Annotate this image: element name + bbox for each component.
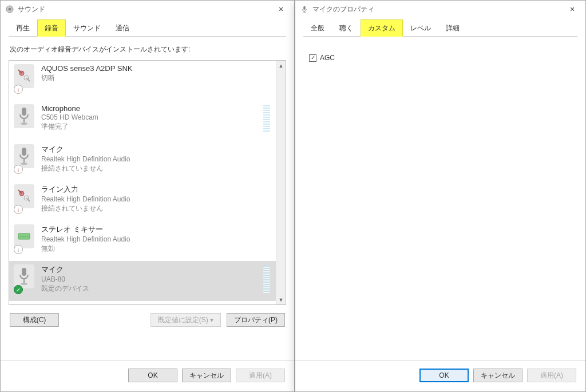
custom-tab-content: ✓ AGC bbox=[303, 37, 577, 360]
device-item[interactable]: ↓マイクRealtek High Definition Audio接続されていま… bbox=[9, 141, 276, 181]
device-item[interactable]: ✓マイクUAB-80既定のデバイス bbox=[9, 261, 276, 301]
agc-label: AGC bbox=[320, 54, 335, 62]
device-desc: UAB-80 bbox=[41, 275, 263, 283]
close-icon[interactable]: × bbox=[564, 5, 581, 14]
device-name: マイク bbox=[41, 144, 271, 155]
svg-point-18 bbox=[22, 236, 23, 237]
instruction-text: 次のオーディオ録音デバイスがインストールされています: bbox=[10, 45, 285, 54]
agc-checkbox[interactable]: ✓ AGC bbox=[309, 54, 335, 62]
device-status: 準備完了 bbox=[41, 122, 263, 132]
device-icon: ✓ bbox=[14, 264, 38, 296]
mic-properties-dialog: マイクのプロパティ × 全般 聴く カスタム レベル 詳細 ✓ AGC OK キ… bbox=[295, 0, 586, 392]
device-buttons: 構成(C) 既定値に設定(S) ▾ プロパティ(P) bbox=[9, 305, 286, 336]
apply-button[interactable]: 適用(A) bbox=[236, 369, 285, 382]
device-desc: Realtek High Definition Audio bbox=[41, 235, 271, 243]
dialog-footer: OK キャンセル 適用(A) bbox=[295, 360, 585, 391]
status-overlay-icon: ↓ bbox=[14, 245, 23, 254]
cancel-button[interactable]: キャンセル bbox=[473, 369, 522, 382]
titlebar[interactable]: マイクのプロパティ × bbox=[295, 1, 585, 18]
status-overlay-icon: ↓ bbox=[14, 205, 23, 214]
tab-sounds[interactable]: サウンド bbox=[66, 19, 108, 37]
svg-point-8 bbox=[21, 122, 27, 125]
microphone-icon bbox=[300, 5, 309, 14]
status-overlay-icon: ↓ bbox=[14, 85, 23, 94]
device-desc: Realtek High Definition Audio bbox=[41, 195, 271, 203]
svg-rect-9 bbox=[22, 148, 26, 156]
device-name: Microphone bbox=[41, 104, 263, 113]
svg-point-1 bbox=[9, 8, 11, 11]
tab-recording[interactable]: 録音 bbox=[37, 19, 66, 37]
speaker-icon bbox=[5, 5, 14, 14]
apply-button[interactable]: 適用(A) bbox=[527, 369, 576, 382]
device-name: ステレオ ミキサー bbox=[41, 224, 271, 235]
device-icon bbox=[14, 104, 38, 136]
set-default-label: 既定値に設定(S) bbox=[158, 315, 208, 325]
device-desc: Realtek High Definition Audio bbox=[41, 155, 271, 163]
device-item[interactable]: MicrophoneC505 HD Webcam準備完了 bbox=[9, 101, 276, 141]
tab-advanced[interactable]: 詳細 bbox=[438, 19, 467, 37]
vu-meter bbox=[263, 105, 270, 133]
svg-point-20 bbox=[27, 236, 28, 237]
device-status: 既定のデバイス bbox=[41, 284, 263, 294]
checkbox-icon: ✓ bbox=[309, 54, 316, 62]
scrollbar[interactable]: ▲ ▼ bbox=[276, 61, 286, 304]
window-title: マイクのプロパティ bbox=[312, 5, 374, 14]
device-name: AQUOS sense3 A2DP SNK bbox=[41, 64, 271, 73]
device-item[interactable]: ↓ステレオ ミキサーRealtek High Definition Audio無… bbox=[9, 221, 276, 261]
set-default-button[interactable]: 既定値に設定(S) ▾ bbox=[151, 313, 221, 327]
tab-general[interactable]: 全般 bbox=[303, 19, 332, 37]
scroll-down-icon[interactable]: ▼ bbox=[276, 295, 286, 304]
device-icon: ↓ bbox=[14, 224, 38, 256]
svg-point-19 bbox=[25, 236, 26, 237]
svg-rect-6 bbox=[22, 108, 26, 116]
window-title: サウンド bbox=[18, 5, 45, 14]
device-icon: ↓ bbox=[14, 144, 38, 176]
tab-levels[interactable]: レベル bbox=[403, 19, 438, 37]
configure-button[interactable]: 構成(C) bbox=[10, 313, 59, 327]
dialog-footer: OK キャンセル 適用(A) bbox=[1, 360, 294, 391]
device-item[interactable]: ↓ライン入力Realtek High Definition Audio接続されて… bbox=[9, 181, 276, 221]
device-name: ライン入力 bbox=[41, 184, 271, 195]
device-status: 切断 bbox=[41, 73, 271, 83]
svg-rect-24 bbox=[303, 6, 306, 10]
device-status: 無効 bbox=[41, 244, 271, 254]
device-name: マイク bbox=[41, 264, 263, 275]
mic-tabs: 全般 聴く カスタム レベル 詳細 bbox=[303, 19, 577, 37]
ok-button[interactable]: OK bbox=[419, 369, 469, 382]
device-icon: ↓ bbox=[14, 184, 38, 216]
device-desc: C505 HD Webcam bbox=[41, 113, 263, 121]
titlebar[interactable]: サウンド × bbox=[1, 1, 294, 18]
device-icon: ↓ bbox=[14, 64, 38, 96]
cancel-button[interactable]: キャンセル bbox=[182, 369, 231, 382]
svg-point-11 bbox=[21, 163, 27, 165]
tab-communications[interactable]: 通信 bbox=[108, 19, 137, 37]
chevron-down-icon: ▾ bbox=[210, 316, 213, 324]
scroll-up-icon[interactable]: ▲ bbox=[276, 61, 286, 70]
properties-button[interactable]: プロパティ(P) bbox=[227, 313, 285, 327]
svg-point-23 bbox=[21, 283, 27, 285]
status-overlay-icon: ✓ bbox=[14, 285, 23, 294]
device-status: 接続されていません bbox=[41, 204, 271, 213]
close-icon[interactable]: × bbox=[272, 5, 290, 14]
device-status: 接続されていません bbox=[41, 164, 271, 173]
sound-dialog: サウンド × 再生 録音 サウンド 通信 次のオーディオ録音デバイスがインストー… bbox=[0, 0, 295, 392]
device-item[interactable]: ↓AQUOS sense3 A2DP SNK切断 bbox=[9, 61, 276, 101]
vu-meter bbox=[263, 266, 270, 293]
sound-tabs: 再生 録音 サウンド 通信 bbox=[9, 19, 286, 37]
status-overlay-icon: ↓ bbox=[14, 165, 23, 174]
svg-rect-21 bbox=[22, 268, 26, 276]
tab-listen[interactable]: 聴く bbox=[332, 19, 361, 37]
ok-button[interactable]: OK bbox=[128, 369, 177, 382]
device-list: ↓AQUOS sense3 A2DP SNK切断MicrophoneC505 H… bbox=[9, 60, 286, 305]
tab-playback[interactable]: 再生 bbox=[9, 19, 37, 37]
tab-custom[interactable]: カスタム bbox=[361, 19, 403, 37]
svg-point-17 bbox=[20, 236, 21, 237]
